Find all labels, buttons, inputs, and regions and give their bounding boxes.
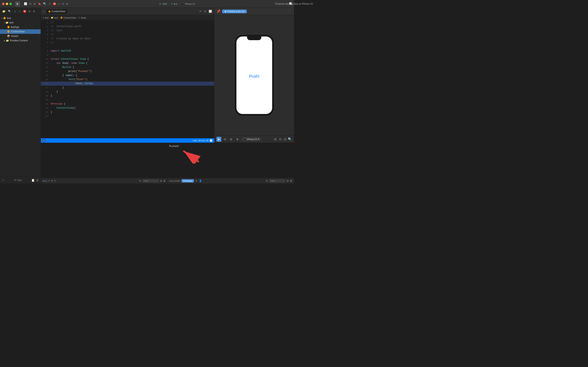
app-name: test xyxy=(163,2,167,5)
sidebar-debug-icon[interactable]: ⛔ xyxy=(22,9,27,13)
console-filter-icon[interactable]: ⚙ xyxy=(139,179,141,182)
sidebar-item-testapp[interactable]: 🔶 testApp xyxy=(0,25,41,29)
bc-project: test xyxy=(45,17,49,19)
toolbar-icons: ⬜ ⊟ ⊞ 🔖 🔍 ⚠ ⛔ ◇ ⑆ ⊕ xyxy=(23,2,69,6)
device-indicator: 📱 iPhone 15 xyxy=(181,2,195,5)
snippet-icon[interactable]: ⊕ xyxy=(65,2,69,6)
code-line-6: 6 // xyxy=(41,41,214,45)
preview-tab-button[interactable]: 🖥 Preview (Line 21) xyxy=(222,9,247,13)
executable-tab[interactable]: Executable xyxy=(169,180,180,182)
iphone-notch xyxy=(247,36,261,40)
code-editor[interactable]: 1 // 2 // ContentView.swift 3 // test xyxy=(41,20,214,138)
split-horizontal-icon[interactable]: ⊟ xyxy=(29,2,32,6)
code-line-17: 17 } xyxy=(41,86,214,90)
preview-bottom-toolbar: ▶ ⊟ ⊞ 🖥 📱 iPhone 15 ▾ ⊕ ⊖ ⊟ 🔍 xyxy=(214,135,294,143)
main-layout: 📁 🔍 ⚠ ◇ ⛔ ⑆ ⊕ ▾ 🔶 test ▾ 📁 test xyxy=(0,8,294,184)
filter-area: ⚙ Filter xyxy=(14,179,22,182)
console-filter-left[interactable] xyxy=(143,179,159,183)
code-line-15: 15 Text("Push!") xyxy=(41,77,214,82)
svg-line-1 xyxy=(184,151,198,161)
device-icon: 📱 xyxy=(243,138,246,141)
sidebar-settings-icon[interactable]: ⊞ xyxy=(36,179,39,182)
zoom-in-button[interactable]: ⊕ xyxy=(273,137,277,141)
grid-layout-icon[interactable]: ⊟ xyxy=(203,9,207,13)
test-icon[interactable]: ◇ xyxy=(58,2,61,6)
window-controls xyxy=(2,3,12,5)
push-button-preview[interactable]: Push! xyxy=(249,74,259,79)
preview-inspect-button[interactable]: ⊟ xyxy=(223,137,227,142)
right-clear-icon[interactable]: 🗑 xyxy=(290,179,292,182)
status-message: Finished running test on iPhone 15 xyxy=(275,2,294,5)
bookmark-icon[interactable]: 🔖 xyxy=(37,2,42,6)
previews-tab-active[interactable]: Previews xyxy=(182,179,194,183)
right-filter-icon[interactable]: ⚙ xyxy=(266,179,268,182)
run-tab: ✦ test xyxy=(171,2,177,5)
console-bottom-left: Auto ▾ 👁 ℹ ⚙ ⊞ 🗑 xyxy=(41,178,167,184)
add-group-button[interactable]: 📋 xyxy=(31,179,35,182)
adjust-layout-icon[interactable]: ⇄ xyxy=(199,9,202,13)
bc-swift-icon: 🔶 xyxy=(60,17,63,19)
sidebar-warning-icon[interactable]: ⚠ xyxy=(13,9,17,13)
search-icon[interactable]: 🔍 xyxy=(43,2,47,6)
warning-icon[interactable]: ⚠ xyxy=(48,2,52,6)
console-content-right: Pushed! xyxy=(168,143,294,178)
editor-pane: ‹ › 🔶 ContentView ⇄ ⊟ ⬜ ✦ test › xyxy=(41,8,214,143)
filter-label: Filter xyxy=(17,179,22,182)
sidebar-test-icon[interactable]: ◇ xyxy=(18,9,21,13)
eye-icon[interactable]: 👁 xyxy=(51,179,53,182)
right-settings-icon[interactable]: ⊞ xyxy=(287,179,289,182)
preview-content: Push! xyxy=(214,15,294,135)
code-line-2: 2 // ContentView.swift xyxy=(41,25,214,29)
console-output-text: Pushed! xyxy=(169,145,180,148)
sidebar-snippet-icon[interactable]: ⊕ xyxy=(32,9,36,13)
console-settings-icon[interactable]: ⊞ xyxy=(160,179,162,182)
preview-play-button[interactable]: ▶ xyxy=(216,137,221,142)
preview-env-button[interactable]: 🖥 xyxy=(235,137,240,142)
forward-button[interactable]: › xyxy=(44,10,45,13)
sidebar-item-preview-content[interactable]: ▶ 📁 Preview Content xyxy=(0,38,41,43)
info-icon[interactable]: ℹ xyxy=(54,179,56,182)
add-file-button[interactable]: ＋ xyxy=(2,179,5,182)
zoom-controls: ⊕ ⊖ ⊟ 🔍 xyxy=(273,137,292,141)
auto-chevron-icon[interactable]: ▾ xyxy=(48,179,50,182)
red-arrow-annotation xyxy=(178,147,202,164)
editor-tab-contentview[interactable]: 🔶 ContentView xyxy=(46,9,68,14)
status-indicator: ● xyxy=(43,139,45,142)
inspector-icon[interactable]: ⬜ xyxy=(208,9,213,13)
code-line-10: 10 struct ContentView: View { xyxy=(41,57,214,61)
run-button[interactable]: ▶ xyxy=(15,1,20,6)
right-user-icon[interactable]: 👤 xyxy=(199,179,202,182)
sidebar-item-assets[interactable]: 📦 Assets xyxy=(0,34,41,38)
back-button[interactable]: ‹ xyxy=(43,10,43,13)
breadcrumb: ✦ test › 📁 test › 🔶 ContentView › ⬡ body xyxy=(41,15,214,20)
version-icon[interactable]: ⑆ xyxy=(62,2,65,6)
right-eye-icon[interactable]: 👁 xyxy=(195,179,198,182)
zoom-fit-button[interactable]: ⊟ xyxy=(283,137,287,141)
sidebar-tree: ▾ 🔶 test ▾ 📁 test 🔶 testApp 🔶 Content xyxy=(0,15,41,176)
zoom-search-button[interactable]: 🔍 xyxy=(288,137,292,141)
preview-grid-button[interactable]: ⊞ xyxy=(229,137,233,142)
status-left: ● xyxy=(43,139,45,142)
code-line-20: 20 xyxy=(41,98,214,102)
bc-xcode-icon: ✦ xyxy=(43,17,44,19)
sidebar-navigator-icon[interactable]: 📁 xyxy=(2,9,6,13)
maximize-button[interactable] xyxy=(9,3,12,5)
code-line-11: 11 var body: some View { xyxy=(41,61,214,65)
sidebar-item-root-test[interactable]: ▾ 🔶 test xyxy=(0,16,41,20)
sidebar-toggle-icon[interactable]: ⬜ xyxy=(23,2,28,6)
console-clear-icon[interactable]: 🗑 xyxy=(163,179,166,182)
zoom-out-button[interactable]: ⊖ xyxy=(278,137,282,141)
code-line-23: 23 } xyxy=(41,110,214,114)
error-icon[interactable]: ⛔ xyxy=(52,2,57,6)
sidebar-item-group-test[interactable]: ▾ 📁 test xyxy=(0,20,41,25)
sidebar-item-contentview[interactable]: 🔶 ContentView xyxy=(0,29,41,34)
sidebar-version-icon[interactable]: ⑆ xyxy=(28,9,31,13)
close-button[interactable] xyxy=(2,3,4,5)
minimize-button[interactable] xyxy=(6,3,8,5)
sidebar-search-icon[interactable]: 🔍 xyxy=(7,9,12,13)
pin-icon[interactable]: 📌 xyxy=(216,9,221,13)
code-line-3: 3 // test xyxy=(41,29,214,33)
split-vertical-icon[interactable]: ⊞ xyxy=(33,2,36,6)
console-filter-right[interactable] xyxy=(269,179,285,183)
device-selector[interactable]: 📱 iPhone 15 ▾ xyxy=(242,137,261,141)
